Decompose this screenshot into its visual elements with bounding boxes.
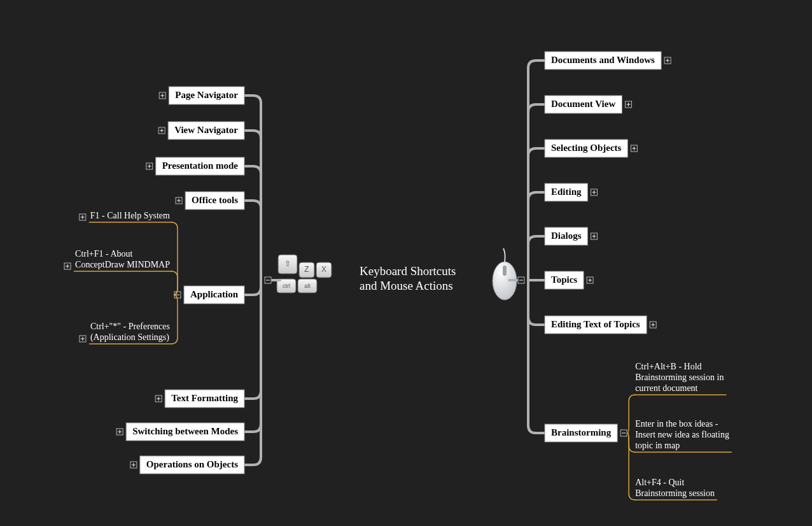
expander-topics[interactable] — [587, 277, 593, 283]
node-documents-windows[interactable]: Documents and Windows — [545, 52, 671, 69]
expander-operations-objects[interactable] — [130, 462, 137, 468]
leaf-expander-app-0[interactable] — [80, 214, 86, 220]
branch-office-tools — [244, 201, 261, 280]
mindmap-canvas: ⇧ZXctrlaltKeyboard Shortcutsand Mouse Ac… — [0, 0, 812, 526]
svg-text:⇧: ⇧ — [284, 259, 291, 268]
leaf-expander-app-1[interactable] — [64, 263, 71, 269]
node-dialogs[interactable]: Dialogs — [545, 227, 598, 245]
svg-text:Selecting Objects: Selecting Objects — [551, 143, 622, 153]
center-node[interactable]: ⇧ZXctrlaltKeyboard Shortcutsand Mouse Ac… — [277, 248, 517, 300]
branch-application — [244, 280, 261, 295]
mouse-icon — [493, 248, 517, 300]
svg-text:Document View: Document View — [551, 99, 615, 109]
node-document-view[interactable]: Document View — [545, 96, 632, 113]
branch-view-navigator — [244, 131, 261, 280]
leaf-branch-app-0 — [171, 222, 178, 295]
svg-text:current document: current document — [635, 383, 697, 393]
svg-text:Ctrl+"*" - Preferences: Ctrl+"*" - Preferences — [90, 322, 170, 331]
svg-text:Text Formatting: Text Formatting — [171, 393, 238, 403]
expander-brainstorming[interactable] — [620, 430, 627, 436]
expander-dialogs[interactable] — [591, 233, 598, 239]
node-topics[interactable]: Topics — [545, 271, 593, 289]
svg-text:F1 - Call Help System: F1 - Call Help System — [90, 211, 170, 220]
expander-selecting-objects[interactable] — [631, 145, 637, 152]
svg-rect-11 — [503, 266, 507, 276]
right-root-expander[interactable] — [518, 277, 524, 283]
expander-editing-text-topics[interactable] — [650, 322, 656, 328]
svg-text:Editing: Editing — [551, 187, 582, 197]
leaf-branch-app-2 — [171, 295, 178, 344]
branch-switching-modes — [244, 280, 261, 432]
svg-text:Brainstorming session: Brainstorming session — [635, 488, 715, 498]
branch-brainstorming — [528, 280, 545, 433]
svg-text:alt: alt — [304, 283, 311, 289]
svg-text:Z: Z — [304, 265, 309, 274]
svg-text:Brainstorming session in: Brainstorming session in — [635, 373, 724, 382]
expander-documents-windows[interactable] — [664, 57, 671, 64]
svg-text:Operations on Objects: Operations on Objects — [146, 459, 238, 469]
branch-page-navigator — [244, 96, 261, 280]
leaf-brainstorming-1[interactable]: Enter in the box ideas -Insert new idea … — [635, 419, 729, 450]
keyboard-icon: ⇧ZXctrlalt — [277, 255, 332, 293]
expander-office-tools[interactable] — [176, 197, 182, 204]
node-application[interactable]: Application — [174, 286, 244, 304]
expander-text-formatting[interactable] — [155, 395, 162, 402]
svg-text:View Navigator: View Navigator — [174, 125, 238, 135]
svg-text:Alt+F4 - Quit: Alt+F4 - Quit — [635, 478, 684, 487]
svg-text:Dialogs: Dialogs — [551, 231, 582, 241]
expander-editing[interactable] — [591, 189, 598, 195]
branch-documents-windows — [528, 60, 545, 280]
leaf-expander-app-2[interactable] — [80, 336, 86, 342]
node-presentation-mode[interactable]: Presentation mode — [146, 157, 244, 175]
svg-text:Application: Application — [190, 289, 239, 299]
svg-text:Brainstorming: Brainstorming — [551, 427, 612, 437]
svg-text:Presentation mode: Presentation mode — [162, 160, 239, 171]
svg-text:Editing Text of Topics: Editing Text of Topics — [551, 319, 640, 329]
svg-text:Enter in the box ideas -: Enter in the box ideas - — [635, 419, 718, 429]
node-office-tools[interactable]: Office tools — [176, 192, 244, 210]
node-brainstorming[interactable]: Brainstorming — [545, 424, 627, 442]
svg-text:ctrl: ctrl — [283, 283, 290, 289]
leaf-brainstorming-2[interactable]: Alt+F4 - QuitBrainstorming session — [635, 478, 715, 498]
svg-text:Switching between Modes: Switching between Modes — [132, 426, 238, 436]
leaf-branch-app-1 — [171, 271, 178, 295]
svg-text:Page Navigator: Page Navigator — [175, 90, 238, 100]
center-title-2: and Mouse Actions — [360, 279, 453, 292]
expander-switching-modes[interactable] — [116, 429, 123, 435]
node-editing-text-topics[interactable]: Editing Text of Topics — [545, 316, 656, 334]
node-page-navigator[interactable]: Page Navigator — [159, 87, 244, 104]
expander-page-navigator[interactable] — [159, 92, 165, 99]
leaf-branch-brain-0 — [627, 395, 635, 433]
branch-dialogs — [528, 236, 545, 280]
branch-text-formatting — [244, 280, 261, 399]
node-view-navigator[interactable]: View Navigator — [158, 122, 244, 139]
expander-document-view[interactable] — [626, 101, 632, 108]
expander-presentation-mode[interactable] — [146, 163, 153, 169]
node-text-formatting[interactable]: Text Formatting — [155, 390, 244, 408]
leaf-application-2[interactable]: Ctrl+"*" - Preferences(Application Setti… — [80, 322, 170, 343]
branch-editing-text-topics — [528, 280, 545, 325]
leaf-application-0[interactable]: F1 - Call Help System — [80, 211, 170, 220]
center-title: Keyboard Shortcuts — [360, 264, 456, 278]
node-operations-objects[interactable]: Operations on Objects — [130, 456, 244, 474]
svg-text:Insert new idea as floating: Insert new idea as floating — [635, 430, 729, 439]
svg-text:Ctrl+F1 - About: Ctrl+F1 - About — [75, 249, 132, 259]
node-selecting-objects[interactable]: Selecting Objects — [545, 139, 637, 157]
left-root-expander[interactable] — [265, 277, 271, 283]
node-editing[interactable]: Editing — [545, 183, 598, 201]
svg-text:Office tools: Office tools — [192, 195, 238, 205]
node-switching-modes[interactable]: Switching between Modes — [116, 423, 244, 441]
branch-presentation-mode — [244, 166, 261, 280]
branch-operations-objects — [244, 280, 261, 465]
leaf-brainstorming-0[interactable]: Ctrl+Alt+B - HoldBrainstorming session i… — [635, 362, 724, 393]
expander-view-navigator[interactable] — [158, 127, 165, 134]
svg-text:Documents and Windows: Documents and Windows — [551, 55, 655, 65]
leaf-branch-brain-2 — [627, 433, 635, 500]
svg-text:X: X — [321, 265, 326, 274]
leaf-application-1[interactable]: Ctrl+F1 - AboutConceptDraw MINDMAP — [64, 249, 170, 269]
svg-text:(Application Settings): (Application Settings) — [90, 332, 169, 343]
svg-text:Topics: Topics — [551, 274, 577, 285]
branch-selecting-objects — [528, 148, 545, 280]
svg-text:ConceptDraw MINDMAP: ConceptDraw MINDMAP — [75, 260, 170, 269]
svg-text:Ctrl+Alt+B - Hold: Ctrl+Alt+B - Hold — [635, 362, 701, 371]
